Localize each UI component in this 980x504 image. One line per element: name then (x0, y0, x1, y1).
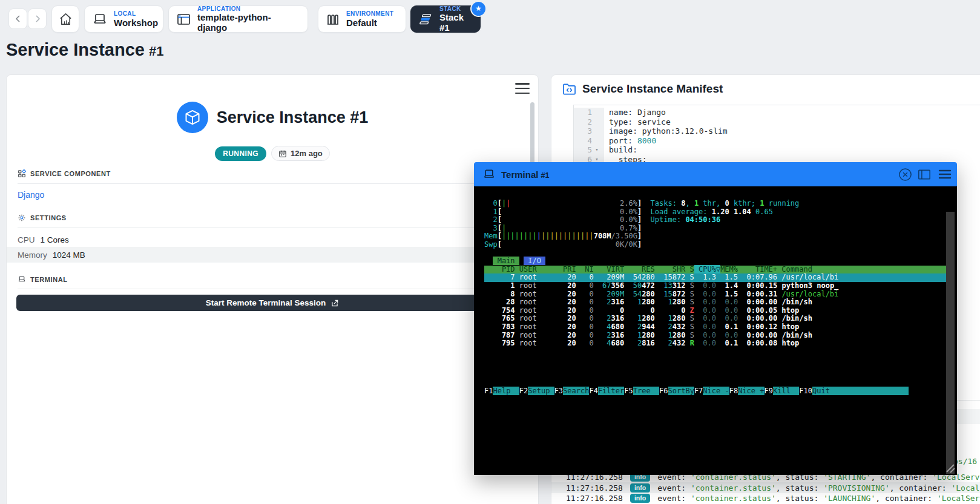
text-segment: 15 (655, 290, 673, 298)
text-segment: 0.0 (694, 290, 716, 298)
text-segment: F6 (659, 387, 668, 395)
app-window-icon (176, 12, 191, 27)
blank-line (484, 249, 946, 258)
code-file-icon (562, 83, 576, 96)
text-segment (506, 224, 620, 232)
breadcrumb-application[interactable]: APPLICATION template-python-django (168, 5, 308, 33)
htop-process-row: 783 root 20 0 4680 2944 2432 S 0.0 0.1 0… (484, 323, 946, 332)
text-segment: S (685, 298, 694, 306)
text-segment (515, 322, 519, 331)
terminal-titlebar[interactable]: Terminal #1 (474, 162, 957, 186)
text-segment: | (537, 232, 541, 240)
text-segment: 0K/0K (616, 240, 637, 249)
fold-arrow-icon (592, 136, 602, 146)
text-segment: 0:00.31 (738, 290, 777, 298)
resize-handle-icon[interactable] (942, 460, 955, 473)
log-message: event: 'container.status', status: 'PROV… (657, 483, 980, 493)
text-segment: |||||||||||| (541, 232, 594, 240)
text-segment (515, 314, 519, 322)
text-segment: 0.0 (694, 331, 716, 339)
text-segment: 4 (594, 322, 611, 331)
text-segment: 472 (642, 281, 655, 290)
panel-layout-button[interactable] (917, 167, 932, 182)
text-segment: 1.5 (720, 290, 738, 298)
text-segment: htop (777, 339, 799, 347)
text-segment: R (685, 339, 694, 347)
text-segment: root (519, 331, 559, 339)
text-segment: 4 (594, 339, 611, 347)
text-segment: 0:00.08 (738, 339, 777, 347)
divider (18, 227, 527, 228)
htop-table-header: PID USER PRI NI VIRT RES SHR S CPU%▽MEM%… (484, 266, 946, 274)
text-segment: 754 (484, 306, 515, 315)
text-segment: 0.7% (620, 224, 637, 232)
text-segment: 'container.status' (691, 483, 776, 493)
text-segment (515, 290, 519, 298)
text-segment: 0:00.15 (738, 281, 777, 290)
text-segment: MEM% TIME+ Command (720, 265, 812, 273)
text-segment (484, 257, 493, 265)
component-link-django[interactable]: Django (18, 190, 44, 200)
chevron-left-icon (15, 15, 22, 23)
text-segment: 708M (594, 232, 611, 240)
code-line: 2type: service (574, 117, 980, 127)
close-button[interactable] (898, 167, 912, 182)
breadcrumb-stack[interactable]: STACK Stack #1 ★ (410, 5, 481, 33)
breadcrumb-environment[interactable]: ENVIRONMENT Default (318, 5, 406, 33)
code-line: 5▾build: (574, 145, 980, 155)
text-segment: [ (498, 215, 502, 224)
text-segment: 0 (576, 314, 594, 322)
text-segment: 20 (559, 339, 576, 347)
text-segment: 20 (559, 281, 576, 290)
page-title-number: #1 (149, 44, 163, 59)
log-row: 11:27:16.258infoevent: 'container.status… (551, 482, 980, 493)
terminal-screen[interactable]: 0[|| 2.6%] Tasks: 8, 1 thr, 0 kthr; 1 ru… (474, 186, 957, 475)
text-segment: 1.20 (712, 208, 734, 216)
htop-process-row: 7 root 20 0 209M 54280 15872 S 1.3 1.5 0… (484, 273, 946, 282)
app-window: LOCAL Workshop APPLICATION template-pyth… (0, 0, 980, 504)
text-segment: 0.0 (720, 306, 738, 315)
instance-title: Service Instance #1 (217, 108, 369, 127)
text-segment: F9 (765, 387, 773, 395)
log-timestamp: 11:27:16.258 (566, 494, 623, 503)
htop-tabs: Main I/O (484, 257, 946, 266)
text-segment: 20 (559, 322, 576, 331)
fold-arrow-icon[interactable]: ▾ (592, 145, 602, 155)
text-segment: 2 (594, 298, 611, 306)
text-segment: 312 (673, 281, 686, 290)
nav-back-button[interactable] (8, 8, 27, 29)
start-terminal-button[interactable]: Start Remote Terminal Session (16, 295, 528, 311)
log-message: event: 'container.status', status: 'LAUN… (657, 494, 980, 503)
text-segment: event: (657, 494, 691, 503)
text-segment: ] (637, 232, 642, 240)
text-segment: thr, (699, 199, 725, 208)
start-terminal-label: Start Remote Terminal Session (206, 298, 326, 307)
age-text: 12m ago (291, 149, 323, 158)
text-segment: 'LocalService (937, 494, 980, 503)
text-segment: 50 (624, 281, 642, 290)
text-segment: [ (498, 240, 502, 249)
text-segment: 1 (655, 298, 673, 306)
cpu-row: CPU 1 Cores (7, 232, 538, 247)
text-segment (510, 199, 620, 208)
breadcrumb-local[interactable]: LOCAL Workshop (84, 5, 163, 33)
htop-meter-line: 2[ 0.0%] Uptime: 04:50:36 (484, 216, 946, 224)
nav-forward-button[interactable] (28, 8, 47, 29)
text-segment: 20 (559, 314, 576, 322)
text-segment: 0:00.00 (738, 331, 777, 339)
fold-arrow-icon (592, 108, 602, 117)
terminal-scrollbar[interactable] (946, 212, 955, 474)
text-segment: F1 (484, 387, 493, 395)
home-button[interactable] (51, 5, 79, 33)
text-segment: 8 (484, 290, 515, 298)
text-segment: 209M (594, 290, 625, 298)
log-row: 11:27:16.258infoevent: 'container.status… (551, 493, 980, 503)
card-menu-button[interactable] (515, 83, 530, 94)
text-segment: image: python:3.12.0-slim (609, 126, 728, 136)
text-segment: PID USER PRI NI VIRT RES SHR S (484, 265, 694, 273)
text-segment: Load average: (651, 208, 712, 216)
terminal-menu-button[interactable] (938, 167, 952, 182)
text-segment (515, 339, 519, 347)
text-segment: 795 (484, 339, 515, 347)
breadcrumb-name: Stack #1 (439, 12, 473, 33)
